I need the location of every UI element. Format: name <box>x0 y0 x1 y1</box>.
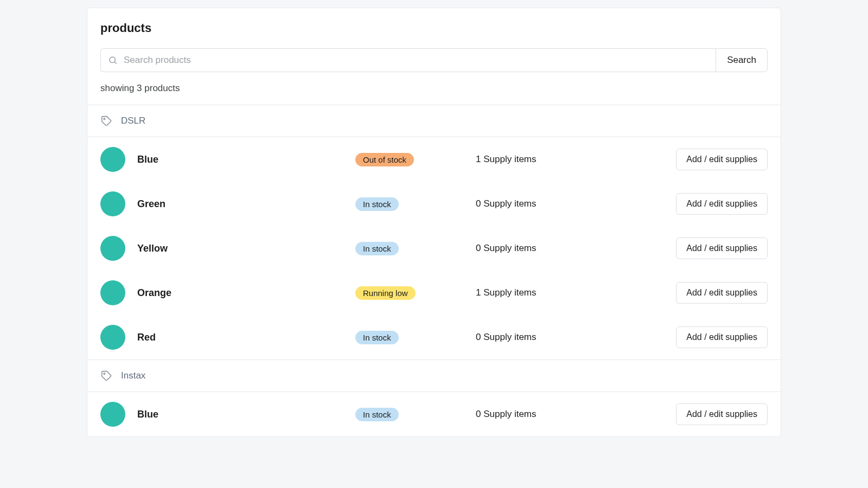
row-actions: Add / edit supplies <box>676 237 768 259</box>
stock-status-badge: In stock <box>355 408 399 421</box>
row-actions: Add / edit supplies <box>676 403 768 425</box>
panel-header: products Search showing 3 products <box>87 8 781 94</box>
add-edit-supplies-button[interactable]: Add / edit supplies <box>676 149 768 170</box>
group-label: DSLR <box>121 115 145 126</box>
add-edit-supplies-button[interactable]: Add / edit supplies <box>676 193 768 215</box>
groups-container: DSLR Blue Out of stock 1 Supply items Ad… <box>87 105 781 436</box>
stock-status-badge: In stock <box>355 242 399 255</box>
supply-count: 1 Supply items <box>476 154 584 165</box>
search-button[interactable]: Search <box>716 48 768 72</box>
search-row: Search <box>100 48 768 72</box>
row-actions: Add / edit supplies <box>676 326 768 348</box>
add-edit-supplies-button[interactable]: Add / edit supplies <box>676 403 768 425</box>
product-name: Orange <box>137 287 343 299</box>
product-avatar <box>100 236 125 261</box>
row-actions: Add / edit supplies <box>676 149 768 170</box>
product-name: Blue <box>137 409 343 420</box>
product-avatar <box>100 280 125 305</box>
svg-point-3 <box>104 373 105 374</box>
search-field-wrap <box>100 48 716 72</box>
products-panel: products Search showing 3 products DSLR … <box>87 8 781 437</box>
supply-count: 0 Supply items <box>476 198 584 209</box>
product-name: Yellow <box>137 243 343 254</box>
group-header: DSLR <box>87 105 781 137</box>
svg-point-0 <box>110 57 116 63</box>
product-avatar <box>100 147 125 172</box>
stock-status-col: In stock <box>355 408 464 421</box>
supply-count: 0 Supply items <box>476 243 584 254</box>
product-avatar <box>100 325 125 350</box>
stock-status-badge: In stock <box>355 197 399 211</box>
supply-count: 0 Supply items <box>476 409 584 420</box>
product-row: Yellow In stock 0 Supply items Add / edi… <box>87 226 781 271</box>
stock-status-col: In stock <box>355 242 464 255</box>
product-name: Green <box>137 198 343 210</box>
add-edit-supplies-button[interactable]: Add / edit supplies <box>676 326 768 348</box>
product-row: Blue Out of stock 1 Supply items Add / e… <box>87 137 781 182</box>
svg-line-1 <box>114 62 116 63</box>
svg-point-2 <box>104 118 105 119</box>
stock-status-col: Running low <box>355 286 464 300</box>
stock-status-badge: Running low <box>355 286 416 300</box>
row-actions: Add / edit supplies <box>676 282 768 304</box>
group-label: Instax <box>121 370 145 381</box>
result-count: showing 3 products <box>100 83 768 94</box>
tag-icon <box>100 370 112 382</box>
product-row: Orange Running low 1 Supply items Add / … <box>87 271 781 315</box>
stock-status-col: In stock <box>355 197 464 211</box>
product-row: Red In stock 0 Supply items Add / edit s… <box>87 315 781 359</box>
product-avatar <box>100 191 125 216</box>
stock-status-badge: Out of stock <box>355 153 414 166</box>
supply-count: 1 Supply items <box>476 287 584 298</box>
search-icon <box>108 55 118 65</box>
product-row: Blue In stock 0 Supply items Add / edit … <box>87 392 781 436</box>
product-row: Green In stock 0 Supply items Add / edit… <box>87 182 781 226</box>
product-name: Red <box>137 332 343 343</box>
group-header: Instax <box>87 359 781 392</box>
supply-count: 0 Supply items <box>476 332 584 343</box>
product-name: Blue <box>137 154 343 165</box>
stock-status-col: Out of stock <box>355 153 464 166</box>
add-edit-supplies-button[interactable]: Add / edit supplies <box>676 237 768 259</box>
page-title: products <box>100 21 768 35</box>
add-edit-supplies-button[interactable]: Add / edit supplies <box>676 282 768 304</box>
product-avatar <box>100 402 125 427</box>
stock-status-col: In stock <box>355 331 464 344</box>
stock-status-badge: In stock <box>355 331 399 344</box>
tag-icon <box>100 115 112 127</box>
row-actions: Add / edit supplies <box>676 193 768 215</box>
search-input[interactable] <box>100 48 716 72</box>
